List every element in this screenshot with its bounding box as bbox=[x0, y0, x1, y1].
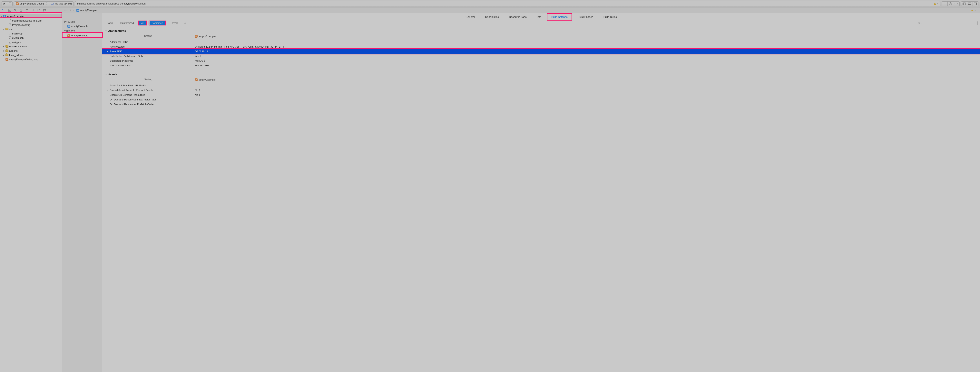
filetree-item[interactable]: openFrameworks-Info.plist bbox=[0, 18, 62, 23]
file-icon bbox=[9, 24, 11, 26]
diamond-icon bbox=[25, 9, 28, 11]
stop-button[interactable] bbox=[7, 2, 13, 6]
toggle-left-panel-button[interactable] bbox=[961, 2, 967, 6]
section-header-assets[interactable]: ▼ Assets bbox=[102, 71, 980, 77]
tab-build-rules[interactable]: Build Rules bbox=[601, 14, 619, 20]
nav-forward-button[interactable]: 〉 bbox=[73, 9, 75, 12]
stepper-icon: ▴▾ bbox=[199, 93, 200, 97]
run-button[interactable]: ▶ bbox=[2, 2, 7, 6]
scope-basic[interactable]: Basic bbox=[105, 21, 115, 25]
stepper-icon: ▴▾ bbox=[209, 50, 210, 53]
scope-levels[interactable]: Levels bbox=[169, 21, 180, 25]
report-navigator-tab[interactable] bbox=[41, 8, 48, 13]
setting-valid-architectures[interactable]: Valid Architectures x86_64 i386 bbox=[102, 63, 980, 68]
setting-build-active-arch-only[interactable]: ▸Build Active Architecture Only Yes▴▾ bbox=[102, 54, 980, 59]
setting-odr-initial-tags[interactable]: On Demand Resources Initial Install Tags bbox=[102, 97, 980, 102]
filetree-item[interactable]: cmain.cpp bbox=[0, 31, 62, 36]
warning-icon bbox=[934, 3, 936, 5]
scheme-selector[interactable]: emptyExample Debug 〉 My Mac (64-bit) bbox=[14, 2, 73, 6]
column-setting-label: Setting bbox=[105, 35, 191, 38]
tab-general[interactable]: General bbox=[463, 14, 477, 20]
targets-pane: PROJECT emptyExample TARGETS emptyExampl… bbox=[62, 13, 102, 372]
filetree-item[interactable]: emptyExampleDebug.app bbox=[0, 57, 62, 62]
assistant-icon bbox=[949, 2, 952, 5]
build-settings-search[interactable]: ▾ bbox=[917, 21, 978, 25]
breadcrumb[interactable]: emptyExample bbox=[76, 9, 97, 12]
scope-customized[interactable]: Customized bbox=[118, 21, 136, 25]
column-target-label: emptyExample bbox=[199, 35, 216, 38]
issue-navigator-tab[interactable] bbox=[18, 8, 24, 13]
setting-base-sdk[interactable]: ▶Base SDK OS X 10.11▴▾ bbox=[102, 49, 980, 54]
filetree-item[interactable]: hofApp.h bbox=[0, 40, 62, 44]
nav-back-button[interactable]: 〈 bbox=[68, 9, 72, 12]
tab-build-settings[interactable]: Build Settings bbox=[549, 14, 570, 20]
filetree-item[interactable]: Project.xcconfig bbox=[0, 23, 62, 27]
svg-line-14 bbox=[920, 23, 920, 24]
filetree-item[interactable]: ▼src bbox=[0, 27, 62, 31]
breakpoint-navigator-tab[interactable] bbox=[36, 8, 41, 13]
search-icon bbox=[14, 9, 16, 12]
file-icon: c bbox=[9, 32, 11, 35]
svg-point-8 bbox=[21, 11, 21, 11]
project-icon bbox=[76, 9, 79, 12]
section-title: Architectures bbox=[108, 29, 126, 33]
project-navigator-tab[interactable] bbox=[0, 8, 6, 13]
disclosure-triangle-icon: ▶ bbox=[3, 46, 5, 47]
setting-architectures[interactable]: Architectures Universal (32/64-bit Intel… bbox=[102, 44, 980, 49]
tab-resource-tags[interactable]: Resource Tags bbox=[507, 14, 529, 20]
app-icon bbox=[5, 58, 8, 61]
navigator-selector bbox=[0, 8, 62, 13]
debug-navigator-tab[interactable] bbox=[30, 8, 36, 13]
filetree-item-label: addons bbox=[9, 49, 18, 52]
filetree-item-label: main.cpp bbox=[12, 32, 22, 35]
main-body: ▼ emptyExample openFrameworks-Info.plist… bbox=[0, 13, 980, 372]
filetree-item[interactable]: cofApp.cpp bbox=[0, 36, 62, 40]
filetree-item-label: emptyExampleDebug.app bbox=[9, 58, 38, 61]
setting-enable-odr[interactable]: Enable On Demand Resources No▴▾ bbox=[102, 92, 980, 97]
targets-project-header: PROJECT bbox=[62, 19, 102, 24]
editor-version-button[interactable]: ⟷ bbox=[953, 2, 959, 6]
tab-capabilities[interactable]: Capabilities bbox=[483, 14, 501, 20]
project-navigator: ▼ emptyExample openFrameworks-Info.plist… bbox=[0, 13, 62, 372]
find-navigator-tab[interactable] bbox=[12, 8, 18, 13]
stop-icon bbox=[9, 3, 11, 5]
filetree-root[interactable]: ▼ emptyExample bbox=[0, 14, 62, 18]
add-build-setting-button[interactable]: ＋ bbox=[183, 21, 187, 25]
status-warning-badge[interactable]: 4 bbox=[934, 2, 938, 5]
nav-next-issue-button[interactable]: 〉 bbox=[975, 9, 977, 12]
scope-all[interactable]: All bbox=[139, 21, 146, 25]
toggle-bottom-panel-button[interactable] bbox=[967, 2, 972, 6]
run-stop-segment: ▶ bbox=[2, 2, 13, 6]
main-toolbar: ▶ emptyExample Debug 〉 My Mac (64-bit) F… bbox=[0, 0, 980, 8]
filetree-item-label: src bbox=[9, 28, 13, 31]
section-header-architectures[interactable]: ▼ Architectures bbox=[102, 28, 980, 34]
setting-additional-sdks[interactable]: Additional SDKs bbox=[102, 40, 980, 44]
editor-assistant-button[interactable] bbox=[947, 2, 953, 6]
setting-asset-pack-manifest-prefix[interactable]: Asset Pack Manifest URL Prefix bbox=[102, 83, 980, 88]
test-navigator-tab[interactable] bbox=[24, 8, 30, 13]
setting-embed-asset-packs[interactable]: ▸Embed Asset Packs In Product Bundle No▴… bbox=[102, 88, 980, 92]
tab-build-phases[interactable]: Build Phases bbox=[576, 14, 596, 20]
outline-toggle-icon[interactable] bbox=[64, 15, 67, 18]
filetree-item-label: Project.xcconfig bbox=[12, 24, 30, 27]
setting-supported-platforms[interactable]: Supported Platforms macOS▴▾ bbox=[102, 59, 980, 63]
targets-target-item[interactable]: emptyExample bbox=[62, 33, 102, 38]
related-items-button[interactable] bbox=[64, 9, 67, 11]
folder-icon bbox=[2, 9, 5, 11]
scope-combined[interactable]: Combined bbox=[150, 21, 165, 25]
targets-project-item[interactable]: emptyExample bbox=[62, 24, 102, 28]
toggle-right-panel-button[interactable] bbox=[972, 2, 978, 6]
filetree-item[interactable]: ▶local_addons bbox=[0, 53, 62, 57]
symbol-navigator-tab[interactable] bbox=[6, 8, 12, 13]
tab-info[interactable]: Info bbox=[535, 14, 544, 20]
editor-standard-button[interactable] bbox=[942, 2, 947, 6]
setting-odr-prefetch-order[interactable]: On Demand Resources Prefetch Order bbox=[102, 102, 980, 106]
search-input[interactable] bbox=[923, 22, 976, 24]
search-icon bbox=[918, 22, 921, 24]
gauge-icon bbox=[31, 9, 34, 11]
scheme-device-label: My Mac (64-bit) bbox=[55, 2, 72, 5]
nav-prev-issue-button[interactable]: 〈 bbox=[967, 9, 970, 12]
filetree-item[interactable]: ▶openFrameworks bbox=[0, 44, 62, 49]
filetree-item[interactable]: ▶addons bbox=[0, 49, 62, 53]
folder-icon bbox=[5, 45, 8, 47]
